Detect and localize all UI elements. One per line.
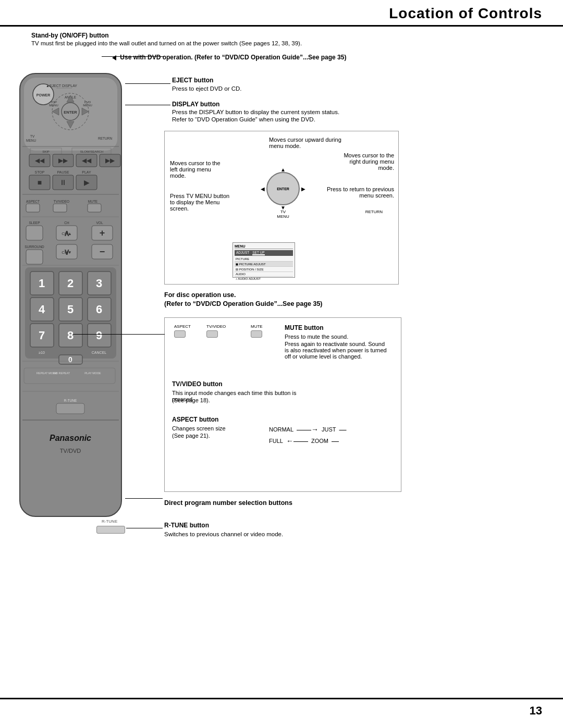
svg-text:CH: CH [64, 221, 69, 225]
svg-text:▶: ▶ [84, 178, 90, 187]
aspect-desc1: Changes screen size [172, 425, 226, 431]
nav-tv-menu-text: Press TV MENU button to display the Menu… [170, 193, 232, 212]
dvd-use-label: Use with DVD operation. (Refer to “DVD/C… [112, 54, 346, 61]
svg-text:6: 6 [96, 303, 102, 316]
svg-text:SLOW/SEARCH: SLOW/SEARCH [80, 150, 103, 153]
svg-text:SKIP: SKIP [42, 150, 50, 153]
svg-text:ENTER: ENTER [64, 110, 77, 115]
svg-text:+: + [100, 228, 105, 238]
svg-text:A-B REPEAT: A-B REPEAT [53, 372, 70, 375]
svg-text:3: 3 [96, 277, 102, 290]
svg-text:8: 8 [67, 329, 74, 342]
display-desc1: Press the DISPLAY button to display the … [172, 109, 339, 115]
svg-text:⏸: ⏸ [59, 178, 67, 187]
display-label: DISPLAY button [172, 101, 219, 108]
mute-desc2: Press again to reactivate sound. Sound i… [285, 341, 389, 360]
svg-rect-48 [53, 204, 67, 212]
svg-text:MUTE: MUTE [88, 200, 98, 203]
svg-text:PAUSE: PAUSE [57, 170, 69, 174]
svg-text:5: 5 [67, 303, 74, 316]
eject-line [125, 83, 170, 84]
nav-enter-label: ENTER [277, 187, 289, 191]
standby-desc: TV must first be plugged into the wall o… [31, 40, 302, 46]
svg-text:SURROUND: SURROUND [25, 245, 44, 249]
aspect-arrow-down: — [339, 425, 347, 434]
standby-label: Stand-by (ON/OFF) button [31, 32, 109, 39]
svg-text:9: 9 [96, 329, 102, 342]
svg-text:≥10: ≥10 [39, 351, 45, 354]
mute-label: MUTE button [285, 324, 324, 331]
nav-return-label: RETURN [365, 209, 383, 214]
aspect-normal: NORMAL [269, 426, 293, 433]
rtune-line [126, 528, 163, 528]
aspect-just: JUST [322, 426, 336, 433]
eject-label: EJECT button [172, 77, 213, 84]
display-line [125, 105, 170, 105]
nav-enter-button: ENTER ▲ ▼ ◀ ▶ [266, 172, 300, 205]
svg-text:R-TUNE: R-TUNE [64, 399, 77, 402]
aspect-arrows-top: NORMAL ——→ JUST — [269, 425, 347, 434]
svg-text:2: 2 [67, 277, 74, 290]
svg-text:▶▶: ▶▶ [105, 157, 115, 164]
footer-line [0, 698, 563, 699]
aspect-label: ASPECT button [172, 416, 218, 423]
svg-text:▲EJECT  DISPLAY: ▲EJECT DISPLAY [46, 84, 77, 88]
svg-text:TV/VIDEO: TV/VIDEO [54, 200, 69, 203]
svg-text:CANCEL: CANCEL [92, 351, 107, 354]
av-aspect-button [174, 330, 186, 338]
svg-rect-102 [56, 403, 84, 414]
av-aspect-label: ASPECT [174, 324, 191, 329]
mute-desc1: Press to mute the sound. [285, 334, 348, 340]
disc-label: For disc operation use. [164, 291, 236, 299]
svg-text:SLEEP: SLEEP [29, 221, 40, 225]
av-tv-video-button [206, 330, 218, 338]
av-tv-video-label: TV/VIDEO [206, 324, 226, 329]
menu-title: MENU [235, 244, 246, 248]
rtune-button-graphic [96, 526, 125, 534]
menu-screen: MENU ADJUSTSET UP PICTURE ◼ PICTURE ADJU… [232, 242, 295, 278]
page-header: Location of Controls [0, 0, 563, 27]
svg-text:1: 1 [39, 277, 45, 290]
aspect-arrow1: ——→ [297, 425, 319, 434]
svg-text:PLAY MODE: PLAY MODE [84, 372, 101, 375]
direct-label: Direct program number selection buttons [164, 499, 292, 507]
tv-video-label: TV/VIDEO button [172, 380, 223, 388]
svg-text:PLAY: PLAY [82, 170, 91, 174]
disc-desc: (Refer to “DVD/CD Operation Guide”...See… [164, 300, 323, 307]
svg-rect-66 [26, 250, 43, 264]
svg-text:MENU: MENU [26, 139, 36, 142]
svg-rect-49 [88, 204, 101, 212]
nav-return-text: Press to return to previous menu screen. [326, 186, 394, 199]
svg-text:TV/DVD: TV/DVD [60, 448, 81, 454]
svg-rect-47 [26, 204, 40, 212]
svg-text:▶▶: ▶▶ [58, 157, 68, 164]
svg-text:POWER: POWER [36, 93, 50, 97]
aspect-full: FULL [269, 438, 283, 444]
aspect-desc2: (See page 21). [172, 433, 210, 439]
aspect-arrow-up: — [332, 437, 339, 445]
nav-tv-menu-label: TV MENU [260, 209, 307, 219]
svg-text:RETURN: RETURN [98, 137, 112, 140]
av-diagram: ASPECT TV/VIDEO MUTE MUTE button Press t… [164, 317, 401, 492]
svg-rect-96 [24, 368, 115, 384]
svg-text:0: 0 [68, 355, 72, 364]
nav-right-text: Moves cursor to the right during menu mo… [337, 152, 394, 171]
av-mute-button [251, 330, 262, 338]
av-mute-label: MUTE [251, 324, 263, 329]
svg-text:MENU: MENU [49, 104, 58, 107]
svg-text:◀◀: ◀◀ [82, 157, 92, 164]
remote-control: POWER ▲EJECT DISPLAY ANGLE TOP MENU DVD … [15, 68, 127, 524]
page-title: Location of Controls [389, 5, 542, 22]
rtune-small-label: R-TUNE [102, 519, 117, 524]
svg-text:MENU: MENU [83, 104, 92, 107]
page-number: 13 [530, 704, 542, 718]
svg-text:4: 4 [39, 303, 45, 316]
svg-text:−: − [100, 246, 105, 257]
aspect-arrow3: ←—— [286, 437, 308, 445]
rtune-desc: Switches to previous channel or video mo… [164, 531, 283, 537]
dvd-line [102, 56, 164, 57]
svg-text:CH▼: CH▼ [62, 250, 71, 255]
rtune-label: R-TUNE button [164, 522, 209, 529]
svg-rect-91 [30, 355, 54, 357]
svg-rect-94 [88, 355, 111, 357]
